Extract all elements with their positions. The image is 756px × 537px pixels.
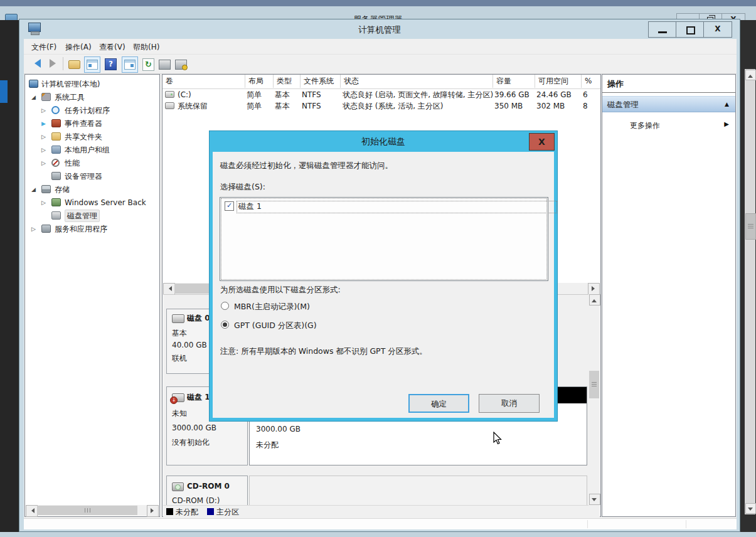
dialog-body: 磁盘必须经过初始化，逻辑磁盘管理器才能访问。 选择磁盘(S): ✓ 磁盘 1 为… [213, 152, 554, 418]
back-icon [30, 59, 41, 68]
dialog-note: 注意: 所有早期版本的 Windows 都不识别 GPT 分区形式。 [220, 346, 427, 357]
up-level-button[interactable] [67, 56, 82, 72]
dialog-message: 磁盘必须经过初始化，逻辑磁盘管理器才能访问。 [220, 161, 393, 171]
gpt-radio[interactable] [221, 321, 229, 329]
disk-management-section-header[interactable]: 磁盘管理 ▲ [602, 96, 735, 112]
cancel-button[interactable]: 取消 [479, 394, 540, 413]
scroll-right-icon [592, 286, 597, 291]
collapsed-arrow-icon[interactable]: ▷ [41, 104, 46, 117]
volume-row-system-reserved[interactable]: 系统保留 简单 基本 NTFS 状态良好 (系统, 活动, 主分区) 350 M… [162, 100, 600, 112]
collapsed-arrow-icon[interactable]: ▶ [41, 117, 46, 130]
scroll-up-button[interactable] [589, 294, 600, 306]
cm-minimize-button[interactable] [648, 21, 677, 38]
col-filesystem[interactable]: 文件系统 [301, 75, 341, 88]
collapse-section-icon[interactable]: ▲ [725, 101, 729, 107]
back-button[interactable] [29, 56, 44, 72]
col-percent[interactable]: % [582, 75, 600, 88]
disk-view-vertical-scrollbar[interactable] [588, 294, 600, 505]
close-icon: X [715, 24, 720, 33]
select-disk-label: 选择磁盘(S): [220, 182, 265, 193]
collapsed-arrow-icon[interactable]: ▷ [41, 196, 46, 209]
cm-titlebar[interactable]: 计算机管理 X [19, 19, 740, 39]
dialog-titlebar[interactable]: 初始化磁盘 [210, 131, 557, 152]
event-viewer-icon [51, 119, 61, 127]
col-layout[interactable]: 布局 [245, 75, 274, 88]
forward-icon [50, 59, 60, 68]
menu-view[interactable]: 查看(V) [97, 41, 128, 53]
tree-horizontal-scrollbar[interactable] [26, 505, 159, 516]
mbr-option[interactable]: MBR(主启动记录)(M) [213, 301, 554, 314]
col-free-space[interactable]: 可用空间 [535, 75, 582, 88]
show-action-pane-button[interactable] [122, 56, 138, 73]
col-volume[interactable]: 卷 [162, 75, 245, 88]
collapsed-arrow-icon[interactable]: ▷ [41, 130, 46, 143]
scroll-right-button[interactable] [147, 505, 159, 517]
submenu-arrow-icon: ▶ [724, 120, 729, 127]
scroll-right-button[interactable] [588, 283, 600, 295]
window-title: 计算机管理 [19, 24, 740, 36]
disk1-checkbox[interactable]: ✓ [225, 201, 234, 211]
scroll-left-button[interactable] [26, 505, 38, 517]
performance-icon [51, 159, 60, 167]
device-manager-icon [51, 172, 61, 180]
manage-computer-button[interactable] [173, 56, 188, 72]
actions-pane: 操作 磁盘管理 ▲ 更多操作 ▶ [602, 74, 736, 517]
forward-button[interactable] [45, 56, 60, 72]
collapsed-arrow-icon[interactable]: ▷ [31, 223, 36, 235]
volume-icon [165, 91, 174, 98]
close-icon: X [538, 137, 545, 147]
menu-file[interactable]: 文件(F) [29, 41, 59, 53]
col-status[interactable]: 状态 [341, 75, 493, 88]
disk-list-box[interactable]: ✓ 磁盘 1 [220, 197, 548, 281]
cdrom-icon [172, 482, 184, 491]
disk-management-icon [51, 211, 61, 220]
scroll-down-button[interactable] [745, 503, 756, 514]
properties-icon [159, 60, 171, 70]
volume-row-c[interactable]: (C:) 简单 基本 NTFS 状态良好 (启动, 页面文件, 故障转储, 主分… [162, 89, 600, 100]
server-manager-bottom-edge [0, 532, 756, 537]
server-manager-scrollbar[interactable] [745, 69, 755, 514]
manage-computer-icon [175, 60, 187, 70]
properties-button[interactable] [157, 56, 172, 72]
storage-icon [41, 185, 51, 193]
windows-server-backup-icon [51, 198, 61, 206]
expanded-arrow-icon[interactable]: ◢ [31, 91, 36, 104]
system-tools-icon [41, 93, 51, 101]
show-console-tree-button[interactable] [84, 56, 100, 73]
scroll-left-button[interactable] [163, 283, 175, 295]
col-capacity[interactable]: 容量 [493, 75, 535, 88]
scroll-up-button[interactable] [745, 70, 756, 80]
col-type[interactable]: 类型 [274, 75, 301, 88]
scroll-up-icon [592, 297, 597, 302]
initialize-disk-dialog: 初始化磁盘 X 磁盘必须经过初始化，逻辑磁盘管理器才能访问。 选择磁盘(S): … [209, 130, 558, 422]
collapsed-arrow-icon[interactable]: ▷ [41, 144, 46, 156]
menu-bar: 文件(F) 操作(A) 查看(V) 帮助(H) [24, 39, 737, 55]
computer-icon [29, 80, 38, 88]
scrollbar-thumb[interactable] [745, 213, 756, 240]
refresh-button[interactable]: ↻ [141, 56, 156, 72]
scrollbar-thumb[interactable] [37, 506, 137, 515]
screen: 服务器管理器 X 计算机管理 X 文件(F) [0, 0, 756, 537]
help-button[interactable]: ? [103, 56, 118, 72]
disk1-list-item[interactable]: 磁盘 1 [237, 201, 557, 213]
mbr-radio[interactable] [221, 302, 229, 310]
menu-help[interactable]: 帮助(H) [130, 41, 162, 53]
scroll-down-button[interactable] [589, 494, 600, 505]
cm-close-button[interactable]: X [703, 21, 732, 38]
local-users-groups-icon [51, 146, 61, 154]
partition-style-label: 为所选磁盘使用以下磁盘分区形式: [220, 285, 341, 295]
server-manager-nav-accent [0, 80, 8, 103]
menu-action[interactable]: 操作(A) [63, 41, 94, 53]
expanded-arrow-icon[interactable]: ◢ [31, 183, 36, 196]
cm-maximize-button[interactable] [676, 21, 705, 38]
more-actions-item[interactable]: 更多操作 ▶ [602, 119, 735, 132]
gpt-option[interactable]: GPT (GUID 分区表)(G) [213, 320, 554, 332]
dialog-close-button[interactable]: X [529, 133, 555, 151]
shared-folders-icon [51, 132, 61, 141]
scrollbar-thumb[interactable] [589, 371, 599, 398]
ok-button[interactable]: 确定 [408, 394, 469, 413]
disk-warning-icon: ↓ [170, 396, 178, 404]
legend-unallocated-swatch [166, 508, 173, 515]
collapsed-arrow-icon[interactable]: ▷ [41, 157, 46, 169]
toolbar: ? ↻ [24, 55, 737, 74]
